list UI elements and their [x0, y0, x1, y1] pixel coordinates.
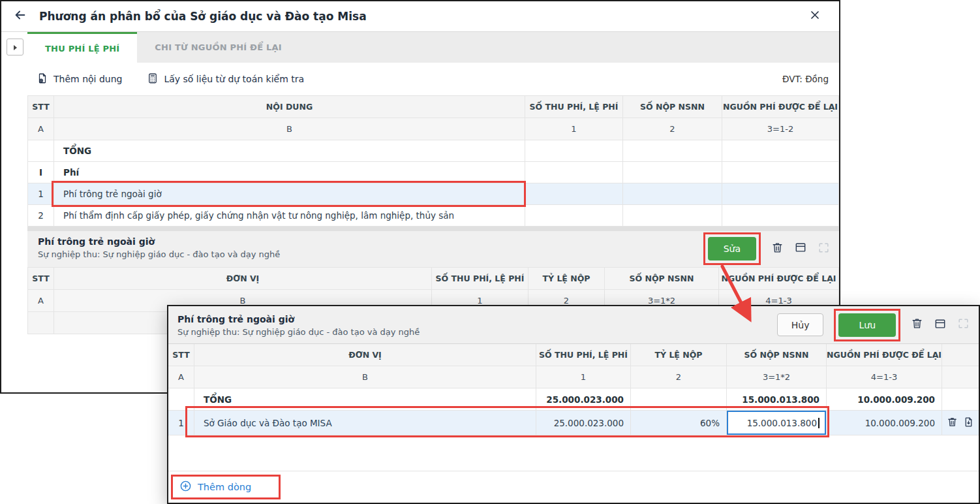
cell-retained[interactable]: 10.000.009.200 — [827, 411, 942, 435]
table-row-phi-trong-tre[interactable]: 1 Phí trông trẻ ngoài giờ — [28, 183, 839, 205]
subheader-3: 3=1-2 — [722, 118, 839, 140]
subheader-2: 2 — [623, 118, 722, 140]
col-header-so-thu-phi: SỐ THU PHÍ, LỆ PHÍ — [536, 344, 631, 366]
detail-table-header-row: STT ĐƠN VỊ SỐ THU PHÍ, LỆ PHÍ TỶ LỆ NỘP … — [28, 268, 839, 290]
cell-stt: 1 — [168, 411, 194, 435]
delete-section-button[interactable] — [771, 242, 784, 257]
cancel-button[interactable]: Hủy — [777, 313, 824, 336]
split-window-icon — [794, 241, 807, 257]
col-header-so-nop-nsnn: SỐ NỘP NSNN — [727, 344, 827, 366]
cell-nsnn — [623, 183, 722, 204]
table-row-tong[interactable]: TỔNG — [28, 140, 839, 162]
col-header-nguon-phi: NGUỒN PHÍ ĐƯỢC ĐỂ LẠI — [722, 96, 839, 118]
text-cursor — [818, 418, 819, 428]
cell-nsnn — [623, 162, 722, 183]
main-table: STT NỘI DUNG SỐ THU PHÍ, LỆ PHÍ SỐ NỘP N… — [27, 95, 839, 227]
edit-button[interactable]: Sửa — [708, 237, 756, 260]
col-header-actions — [942, 344, 979, 366]
cell-rate[interactable]: 60% — [631, 411, 727, 435]
trash-icon — [947, 417, 958, 430]
collapse-panel-button[interactable] — [934, 317, 947, 333]
tab-thu-phi-le-phi[interactable]: THU PHÍ LỆ PHÍ — [27, 32, 137, 63]
nsnn-input-cell[interactable]: 15.000.013.800 — [727, 411, 827, 435]
table-row-phi[interactable]: I Phí — [28, 162, 839, 183]
subheader-1: 1 — [536, 366, 631, 388]
back-button[interactable] — [12, 8, 29, 25]
expand-corners-icon — [957, 317, 970, 332]
save-button[interactable]: Lưu — [838, 313, 896, 337]
col-header-don-vi: ĐƠN VỊ — [54, 268, 432, 289]
tab-chi-tu-nguon-phi-de-lai[interactable]: CHI TỪ NGUỒN PHÍ ĐỂ LẠI — [137, 32, 299, 63]
table-row-phi-tham-dinh[interactable]: 2 Phí thẩm định cấp giấy phép, giấy chứn… — [28, 205, 839, 227]
file-plus-icon — [37, 72, 48, 86]
popup-table: STT ĐƠN VỊ SỐ THU PHÍ, LỆ PHÍ TỶ LỆ NỘP … — [168, 344, 979, 435]
split-window-icon — [934, 317, 947, 333]
edit-allocation-popup: Phí trông trẻ ngoài giờ Sự nghiệp thu: S… — [167, 305, 980, 504]
cell-unit[interactable]: Sở Giáo dục và Đào tạo MISA — [194, 411, 536, 435]
popup-total-row: TỔNG 25.000.023.000 15.000.013.800 10.00… — [168, 388, 979, 411]
cell-fee[interactable]: 25.000.023.000 — [536, 411, 631, 435]
popup-table-header-row: STT ĐƠN VỊ SỐ THU PHÍ, LỆ PHÍ TỶ LỆ NỘP … — [168, 344, 979, 366]
subheader-4: 4=1-3 — [827, 366, 942, 388]
cell-stt — [28, 312, 54, 334]
subheader-actions — [942, 366, 979, 388]
popup-row-so-giao-duc[interactable]: 1 Sở Giáo dục và Đào tạo MISA 25.000.023… — [168, 411, 979, 435]
col-header-don-vi: ĐƠN VỊ — [194, 344, 536, 366]
col-header-ty-le-nop: TỶ LỆ NỘP — [528, 268, 605, 289]
add-content-label: Thêm nội dung — [54, 74, 122, 84]
trash-icon — [771, 242, 784, 257]
cell-fee — [525, 183, 623, 204]
save-button-annotation: Lưu — [834, 309, 900, 341]
col-header-so-nop-nsnn: SỐ NỘP NSNN — [605, 268, 719, 289]
file-down-icon — [963, 417, 974, 430]
cell-stt: 2 — [28, 205, 54, 226]
col-header-stt: STT — [168, 344, 194, 366]
cell-fee — [525, 140, 623, 161]
cell-nsnn — [623, 140, 722, 161]
sidebar-expand-button[interactable] — [7, 39, 23, 55]
popup-footer: Thêm dòng — [168, 471, 979, 503]
cell-retained: 10.000.009.200 — [827, 388, 942, 410]
cell-nsnn: 15.000.013.800 — [727, 388, 827, 410]
cell-stt: 1 — [28, 183, 54, 204]
delete-popup-button[interactable] — [911, 317, 923, 332]
collapse-panel-button[interactable] — [794, 241, 807, 257]
edit-button-annotation: Sửa — [703, 232, 761, 265]
col-header-ty-le-nop: TỶ LỆ NỘP — [631, 344, 727, 366]
cell-fee: 25.000.023.000 — [536, 388, 631, 410]
cell-stt — [28, 140, 54, 161]
cell-rate — [631, 388, 727, 410]
popup-actions: Hủy Lưu — [777, 309, 970, 341]
col-header-stt: STT — [28, 96, 54, 118]
left-rail — [1, 32, 27, 392]
fullscreen-button[interactable] — [818, 242, 830, 257]
delete-row-button[interactable] — [947, 417, 958, 430]
cell-content: Phí thẩm định cấp giấy phép, giấy chứng … — [54, 205, 525, 226]
cell-fee — [525, 162, 623, 183]
col-header-so-thu-phi: SỐ THU PHÍ, LỆ PHÍ — [525, 96, 623, 118]
cell-content: TỔNG — [54, 140, 525, 161]
subheader-a: A — [168, 366, 194, 388]
cell-stt: I — [28, 162, 54, 183]
close-icon — [808, 8, 821, 24]
cell-retained — [722, 183, 839, 204]
add-row-annotation: Thêm dòng — [171, 475, 281, 499]
chevron-right-icon — [12, 41, 18, 54]
popup-table-subheader-row: A B 1 2 3=1*2 4=1-3 — [168, 366, 979, 388]
col-header-stt: STT — [28, 268, 54, 289]
section-divider — [27, 227, 839, 231]
duplicate-row-button[interactable] — [963, 417, 974, 430]
fullscreen-button[interactable] — [957, 317, 970, 332]
detail-section-header: Phí trông trẻ ngoài giờ Sự nghiệp thu: S… — [27, 231, 839, 267]
col-header-so-thu-phi: SỐ THU PHÍ, LỆ PHÍ — [432, 268, 528, 289]
calculator-icon — [147, 72, 159, 86]
dialog-title: Phương án phân bổ của Sở giáo dục và Đào… — [39, 10, 367, 23]
subheader-2: 2 — [631, 366, 727, 388]
get-figures-label: Lấy số liệu từ dự toán kiểm tra — [164, 74, 304, 84]
close-button[interactable] — [806, 8, 823, 25]
add-content-button[interactable]: Thêm nội dung — [37, 72, 122, 86]
get-figures-button[interactable]: Lấy số liệu từ dự toán kiểm tra — [147, 72, 304, 86]
add-row-button[interactable]: Thêm dòng — [179, 480, 251, 494]
popup-subtitle: Sự nghiệp thu: Sự nghiệp giáo dục - đào … — [177, 327, 420, 337]
col-header-nguon-phi: NGUỒN PHÍ ĐƯỢC ĐỂ LẠI — [719, 268, 839, 289]
